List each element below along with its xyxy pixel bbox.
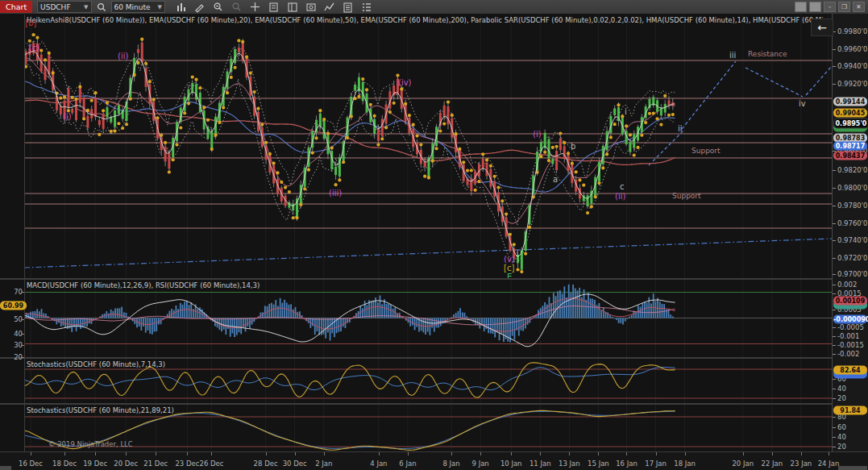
time-tick-label: 30 Dec: [283, 460, 307, 468]
stochastics-slow-panel[interactable]: Stochastics(USDCHF (60 Minute),21,89,21)…: [0, 405, 832, 451]
time-tick-mark: [829, 452, 829, 455]
time-tick-mark: [511, 452, 512, 455]
window-close-button[interactable]: ✕: [853, 2, 865, 12]
axis-tick-mark: [21, 292, 24, 293]
axis-tick-mark: [833, 389, 836, 389]
price-axis[interactable]: 0.9980'00.9960'00.9940'00.9920'00.9860'0…: [832, 14, 868, 470]
axis-tick-mark: [21, 357, 24, 358]
scrollbar-corner-right[interactable]: [838, 466, 867, 470]
indicators-icon[interactable]: [323, 2, 336, 13]
chart-annotation: (ii): [615, 192, 625, 201]
properties-icon[interactable]: [342, 2, 355, 13]
chart-annotation: iii: [729, 51, 736, 60]
time-tick-mark: [295, 452, 296, 455]
time-tick-label: 16 Dec: [19, 460, 43, 468]
price-panel[interactable]: HeikenAshi8(USDCHF (60 Minute)), EMA(USD…: [0, 15, 832, 278]
time-tick-label: 11 Jan: [530, 460, 551, 468]
price-marker-badge: 0.99045: [833, 109, 867, 118]
interval-selector[interactable]: 60 Minute ▼: [111, 1, 165, 13]
price-marker-badge: 0.9895'0: [833, 119, 868, 129]
axis-tick-mark: [833, 427, 836, 428]
chart-annotation: a: [553, 175, 558, 184]
chart-style-icon[interactable]: [175, 2, 188, 13]
window-minimize-button[interactable]: –: [824, 2, 836, 12]
price-marker-badge: 0.98437: [833, 152, 867, 160]
macd-rsi-panel[interactable]: MACD(USDCHF (60 Minute),12,26,9), RSI(US…: [0, 280, 832, 357]
time-tick-label: 28 Dec: [254, 460, 278, 468]
time-tick-mark: [743, 452, 744, 455]
axis-tick-label: -0.001: [837, 332, 859, 340]
snapshot-icon[interactable]: [305, 2, 318, 13]
axis-tick-mark: [833, 354, 836, 355]
data-box-icon[interactable]: [268, 2, 280, 13]
window-restore-button[interactable]: ❐: [838, 2, 850, 12]
crosshair-icon[interactable]: [249, 2, 262, 13]
price-panel-indicator-label: HeikenAshi8(USDCHF (60 Minute)), EMA(USD…: [27, 16, 832, 24]
chart-annotation: (ii): [118, 52, 128, 60]
axis-tick-label: -0.002: [837, 350, 859, 358]
instrument-search-icon[interactable]: [95, 2, 108, 13]
zoom-out-icon[interactable]: [230, 2, 243, 13]
market-analyzer-icon[interactable]: [360, 2, 373, 13]
time-tick-label: 13 Jan: [559, 460, 580, 468]
chart-annotation: i: [625, 107, 627, 116]
time-tick-mark: [187, 452, 188, 455]
chart-annotation: E: [507, 272, 512, 278]
chart-annotation: (i): [533, 130, 542, 139]
window-blank-2-button[interactable]: [809, 2, 821, 12]
price-marker-badge: 82.64: [833, 366, 867, 375]
axis-tick-label: 0.9920'0: [837, 80, 868, 88]
time-tick-label: 9 Jan: [472, 460, 489, 468]
time-tick-mark: [31, 452, 31, 455]
axis-tick-mark: [833, 336, 836, 337]
plot-left-spine: [24, 280, 25, 357]
time-tick-mark: [266, 452, 267, 455]
interval-value: 60 Minute: [114, 3, 153, 11]
zoom-in-icon[interactable]: [212, 2, 225, 13]
axis-tick-label: -0.0005: [837, 323, 864, 331]
axis-tick-label: 20: [837, 443, 846, 451]
rsi-value-badge: 60.99: [0, 302, 27, 310]
chart-trader-icon[interactable]: [286, 2, 299, 13]
macd-rsi-indicator-label: MACD(USDCHF (60 Minute),12,26,9), RSI(US…: [27, 281, 260, 289]
time-tick-label: 26 Dec: [199, 460, 223, 468]
chart-annotation: Support: [691, 147, 721, 155]
axis-tick-label: 40: [837, 385, 846, 393]
drawing-tools-icon[interactable]: [193, 2, 206, 13]
instrument-selector[interactable]: USDCHF ▼: [37, 1, 91, 13]
chart-annotation: Resistance: [748, 50, 787, 58]
time-tick-mark: [451, 452, 452, 455]
toolbar: Chart USDCHF ▼ 60 Minute ▼ –❐✕: [0, 0, 868, 15]
left-axis-tick-label: 50: [3, 315, 23, 323]
chart-tab[interactable]: Chart: [0, 1, 32, 13]
time-axis[interactable]: 16 Dec18 Dec19 Dec20 Dec21 Dec23 Dec26 D…: [0, 451, 868, 470]
time-tick-label: 6 Jan: [399, 460, 416, 468]
axis-tick-label: 0.9780'0: [837, 202, 868, 210]
axis-tick-mark: [833, 437, 836, 438]
chevron-down-icon: ▼: [84, 4, 88, 10]
axis-tick-label: 60: [837, 423, 846, 431]
time-tick-mark: [408, 452, 409, 455]
chart-area: HeikenAshi8(USDCHF (60 Minute)), EMA(USD…: [0, 14, 868, 470]
chart-annotation: (iii): [329, 189, 342, 198]
chart-annotation: [c]: [504, 264, 514, 272]
time-tick-mark: [656, 452, 657, 455]
time-tick-label: 8 Jan: [442, 460, 459, 468]
axis-tick-label: 0.9940'0: [837, 62, 868, 70]
left-axis-tick-label: 20: [3, 353, 23, 361]
window-blank-1-button[interactable]: [795, 2, 807, 12]
axis-tick-mark: [833, 49, 836, 50]
chart-annotation: (c): [29, 44, 39, 52]
axis-tick-mark: [833, 447, 836, 447]
axis-tick-mark: [833, 293, 836, 294]
stochastics-fast-panel[interactable]: Stochastics(USDCHF (60 Minute),7,14,3): [0, 359, 832, 403]
axis-tick-mark: [833, 310, 836, 310]
scroll-back-button[interactable]: ←: [811, 19, 833, 36]
axis-tick-label: 0.9740'0: [837, 236, 868, 244]
time-tick-mark: [126, 452, 127, 455]
chart-annotation: [b]: [25, 19, 36, 27]
scrollbar-corner-left[interactable]: [0, 466, 11, 470]
axis-tick-mark: [833, 345, 836, 346]
axis-tick-mark: [833, 274, 836, 275]
axis-tick-label: 0.9720'0: [837, 254, 868, 262]
